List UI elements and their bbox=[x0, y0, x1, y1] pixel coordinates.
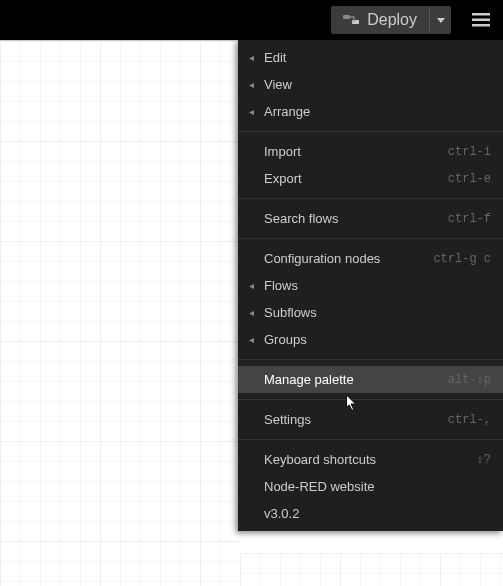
menu-item-import[interactable]: Importctrl-i bbox=[238, 138, 503, 165]
menu-item-node-red-website[interactable]: Node-RED website bbox=[238, 473, 503, 500]
menu-item-shortcut: ⇧? bbox=[477, 452, 491, 467]
menu-item-view[interactable]: ◂View bbox=[238, 71, 503, 98]
menu-item-label: Subflows bbox=[258, 305, 491, 320]
menu-item-configuration-nodes[interactable]: Configuration nodesctrl-g c bbox=[238, 245, 503, 272]
menu-item-keyboard-shortcuts[interactable]: Keyboard shortcuts⇧? bbox=[238, 446, 503, 473]
submenu-arrow-icon: ◂ bbox=[244, 106, 258, 117]
menu-item-label: Import bbox=[258, 144, 448, 159]
menu-separator bbox=[238, 198, 503, 199]
menu-item-label: Configuration nodes bbox=[258, 251, 433, 266]
svg-rect-1 bbox=[352, 20, 359, 24]
menu-item-shortcut: ctrl-g c bbox=[433, 252, 491, 266]
menu-item-label: Export bbox=[258, 171, 448, 186]
menu-item-shortcut: alt-⇧p bbox=[448, 372, 491, 387]
menu-item-shortcut: ctrl-f bbox=[448, 212, 491, 226]
deploy-caret[interactable] bbox=[429, 6, 451, 34]
submenu-arrow-icon: ◂ bbox=[244, 307, 258, 318]
menu-item-groups[interactable]: ◂Groups bbox=[238, 326, 503, 353]
menu-item-shortcut: ctrl-, bbox=[448, 413, 491, 427]
hamburger-menu-icon[interactable] bbox=[467, 6, 495, 34]
menu-item-label: Keyboard shortcuts bbox=[258, 452, 477, 467]
submenu-arrow-icon: ◂ bbox=[244, 334, 258, 345]
topbar: Deploy bbox=[0, 0, 503, 40]
menu-item-label: v3.0.2 bbox=[258, 506, 491, 521]
menu-item-label: View bbox=[258, 77, 491, 92]
menu-separator bbox=[238, 238, 503, 239]
menu-item-search-flows[interactable]: Search flowsctrl-f bbox=[238, 205, 503, 232]
submenu-arrow-icon: ◂ bbox=[244, 79, 258, 90]
menu-separator bbox=[238, 399, 503, 400]
menu-item-settings[interactable]: Settingsctrl-, bbox=[238, 406, 503, 433]
menu-item-label: Edit bbox=[258, 50, 491, 65]
svg-rect-2 bbox=[472, 13, 490, 16]
submenu-arrow-icon: ◂ bbox=[244, 280, 258, 291]
deploy-label: Deploy bbox=[367, 11, 417, 29]
editor-canvas[interactable] bbox=[240, 553, 503, 586]
menu-item-label: Arrange bbox=[258, 104, 491, 119]
svg-rect-3 bbox=[472, 19, 490, 22]
menu-separator bbox=[238, 359, 503, 360]
svg-rect-4 bbox=[472, 24, 490, 27]
menu-item-export[interactable]: Exportctrl-e bbox=[238, 165, 503, 192]
menu-separator bbox=[238, 131, 503, 132]
menu-item-flows[interactable]: ◂Flows bbox=[238, 272, 503, 299]
menu-item-arrange[interactable]: ◂Arrange bbox=[238, 98, 503, 125]
editor-canvas[interactable] bbox=[0, 40, 240, 586]
menu-item-v3-0-2[interactable]: v3.0.2 bbox=[238, 500, 503, 527]
menu-item-shortcut: ctrl-i bbox=[448, 145, 491, 159]
menu-item-manage-palette[interactable]: Manage palettealt-⇧p bbox=[238, 366, 503, 393]
submenu-arrow-icon: ◂ bbox=[244, 52, 258, 63]
menu-item-label: Search flows bbox=[258, 211, 448, 226]
menu-item-label: Node-RED website bbox=[258, 479, 491, 494]
deploy-button-main[interactable]: Deploy bbox=[331, 6, 429, 34]
menu-item-shortcut: ctrl-e bbox=[448, 172, 491, 186]
menu-item-label: Settings bbox=[258, 412, 448, 427]
menu-separator bbox=[238, 439, 503, 440]
svg-rect-0 bbox=[343, 15, 350, 19]
deploy-icon bbox=[343, 13, 359, 27]
menu-item-edit[interactable]: ◂Edit bbox=[238, 44, 503, 71]
menu-item-subflows[interactable]: ◂Subflows bbox=[238, 299, 503, 326]
menu-item-label: Groups bbox=[258, 332, 491, 347]
main-menu: ◂Edit◂View◂ArrangeImportctrl-iExportctrl… bbox=[238, 40, 503, 531]
menu-item-label: Flows bbox=[258, 278, 491, 293]
menu-item-label: Manage palette bbox=[258, 372, 448, 387]
deploy-button[interactable]: Deploy bbox=[331, 6, 451, 34]
